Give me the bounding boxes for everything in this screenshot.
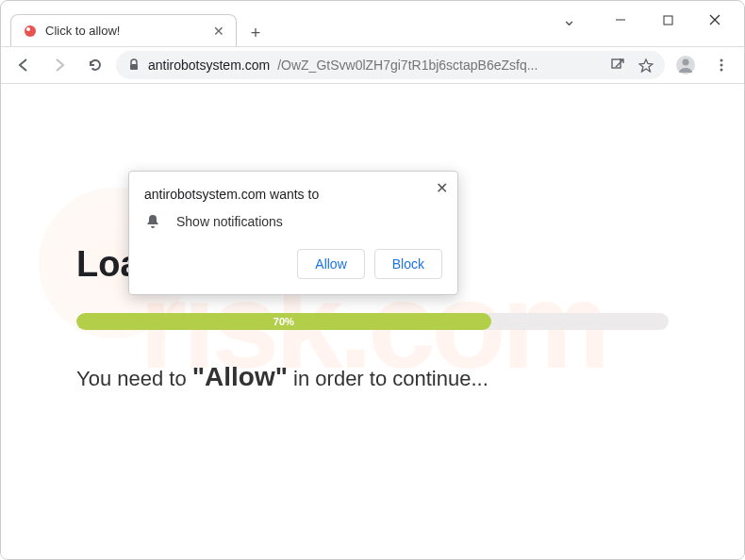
reload-button[interactable] bbox=[80, 50, 110, 80]
instruction-text: You need to "Allow" in order to continue… bbox=[76, 362, 669, 392]
share-icon[interactable] bbox=[610, 58, 625, 73]
back-button[interactable] bbox=[8, 50, 39, 80]
notification-permission-dialog: ✕ antirobotsystem.com wants to Show noti… bbox=[128, 171, 458, 295]
progress-label: 70% bbox=[273, 316, 294, 327]
menu-button[interactable] bbox=[706, 50, 737, 80]
address-bar[interactable]: antirobotsystem.com/OwZ_GtSvw0lZH7gi7tR1… bbox=[116, 51, 665, 79]
progress-fill: 70% bbox=[76, 313, 491, 330]
profile-button[interactable] bbox=[670, 50, 701, 80]
reload-icon bbox=[87, 57, 104, 74]
tab-close-button[interactable]: ✕ bbox=[213, 24, 224, 39]
instruction-prefix: You need to bbox=[76, 367, 192, 390]
instruction-quote: "Allow" bbox=[192, 362, 288, 391]
browser-tab[interactable]: Click to allow! ✕ bbox=[10, 14, 237, 46]
svg-point-9 bbox=[683, 59, 689, 66]
svg-rect-6 bbox=[130, 64, 138, 70]
tab-strip: Click to allow! ✕ + bbox=[1, 10, 744, 46]
bookmark-icon[interactable] bbox=[638, 58, 654, 73]
svg-point-11 bbox=[720, 64, 723, 67]
svg-point-12 bbox=[720, 69, 723, 72]
svg-point-5 bbox=[26, 27, 30, 31]
allow-button[interactable]: Allow bbox=[297, 249, 364, 279]
dialog-close-button[interactable]: ✕ bbox=[436, 179, 448, 197]
arrow-right-icon bbox=[51, 57, 68, 74]
tab-title: Click to allow! bbox=[45, 24, 120, 38]
svg-point-10 bbox=[720, 59, 723, 62]
lock-icon bbox=[127, 58, 141, 72]
block-button[interactable]: Block bbox=[374, 249, 442, 279]
avatar-icon bbox=[675, 55, 696, 75]
svg-point-4 bbox=[25, 25, 36, 37]
url-path: /OwZ_GtSvw0lZH7gi7tR1bj6sctapB6eZsfq... bbox=[277, 58, 538, 73]
url-domain: antirobotsystem.com bbox=[148, 58, 270, 73]
permission-label: Show notifications bbox=[176, 214, 283, 229]
permission-button-row: Allow Block bbox=[144, 249, 442, 279]
browser-toolbar: antirobotsystem.com/OwZ_GtSvw0lZH7gi7tR1… bbox=[1, 46, 744, 84]
permission-row: Show notifications bbox=[144, 213, 442, 230]
instruction-suffix: in order to continue... bbox=[288, 367, 488, 390]
page-content: risk.com ✕ antirobotsystem.com wants to … bbox=[1, 84, 744, 560]
bell-icon bbox=[144, 213, 161, 230]
favicon-icon bbox=[23, 24, 38, 39]
kebab-icon bbox=[714, 58, 729, 73]
progress-bar: 70% bbox=[76, 313, 669, 330]
arrow-left-icon bbox=[15, 57, 32, 74]
forward-button[interactable] bbox=[44, 50, 74, 80]
new-tab-button[interactable]: + bbox=[242, 20, 269, 46]
permission-origin: antirobotsystem.com wants to bbox=[144, 187, 442, 202]
